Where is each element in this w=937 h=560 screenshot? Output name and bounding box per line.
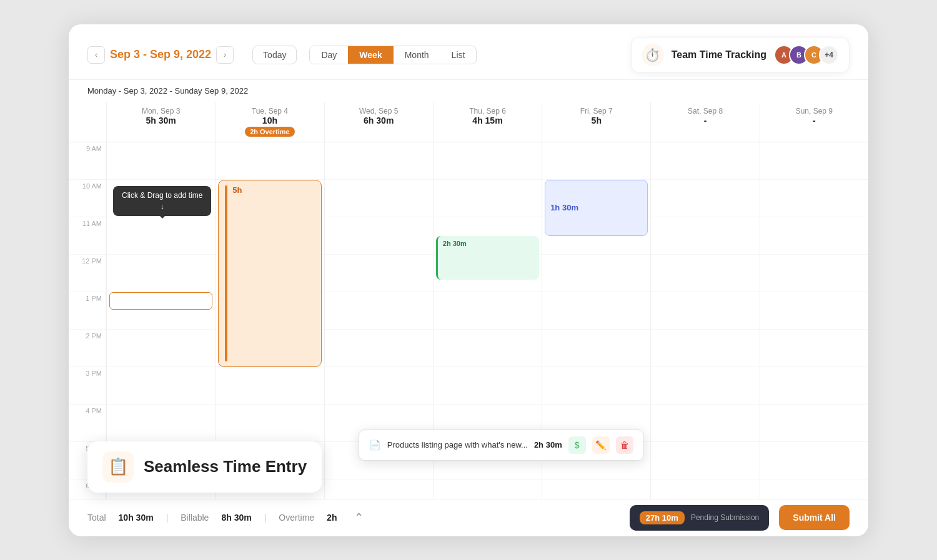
sun-3pm[interactable] <box>760 367 868 405</box>
submit-all-button[interactable]: Submit All <box>779 505 850 530</box>
overtime-badge: 2h Overtime <box>245 127 295 137</box>
tooltip-text: Products listing page with what's new... <box>387 440 528 449</box>
thu-10am[interactable] <box>434 180 542 217</box>
thu-event[interactable]: 2h 30m <box>436 236 539 280</box>
mon-3pm[interactable] <box>107 367 215 405</box>
team-widget: ⏱️ Team Time Tracking A B C +4 <box>631 37 850 73</box>
sat-9am[interactable] <box>651 142 759 180</box>
fri-12pm[interactable] <box>542 255 650 292</box>
sat-10am[interactable] <box>651 180 759 217</box>
tab-day[interactable]: Day <box>310 46 348 64</box>
thu-event-text: 2h 30m <box>443 240 467 247</box>
footer-bar: Total 10h 30m | Billable 8h 30m | Overti… <box>69 499 868 536</box>
mon-11am[interactable] <box>107 217 215 255</box>
col-thu[interactable]: 2h 30m 📄 Products listing page with what… <box>433 142 542 533</box>
col-sun[interactable] <box>760 142 868 533</box>
prev-arrow[interactable]: ‹ <box>87 46 105 64</box>
drag-tooltip: Click & Drag to add time ↓ <box>113 186 211 216</box>
thu-hours: 4h 15m <box>440 115 535 125</box>
wed-hours: 6h 30m <box>331 115 427 125</box>
sun-1pm[interactable] <box>760 292 868 330</box>
tooltip-edit-btn[interactable]: ✏️ <box>592 436 610 454</box>
event-indicator <box>225 185 227 361</box>
time-2pm: 2 PM <box>69 330 106 367</box>
collapse-chevron[interactable]: ⌃ <box>354 511 364 524</box>
drag-hint-text: Click & Drag to add time <box>122 191 202 200</box>
tue-event-text: 5h <box>232 185 242 195</box>
sun-10am[interactable] <box>760 180 868 217</box>
thu-1pm[interactable] <box>434 292 542 330</box>
next-arrow[interactable]: › <box>216 46 234 64</box>
wed-2pm[interactable] <box>325 330 433 367</box>
today-button[interactable]: Today <box>252 46 297 64</box>
billable-value: 8h 30m <box>221 513 251 523</box>
thu-2pm[interactable] <box>434 330 542 367</box>
seamless-title: Seamless Time Entry <box>144 457 307 476</box>
col-sat[interactable] <box>650 142 759 533</box>
time-10am: 10 AM <box>69 180 106 217</box>
fri-name: Fri, Sep 7 <box>548 107 644 115</box>
sun-9am[interactable] <box>760 142 868 180</box>
tooltip-delete-btn[interactable]: 🗑 <box>616 436 633 454</box>
avatar-count: +4 <box>819 45 839 65</box>
team-title: Team Time Tracking <box>672 49 766 61</box>
thu-3pm[interactable] <box>434 367 542 405</box>
wed-11am[interactable] <box>325 217 433 255</box>
fri-event[interactable]: 1h 30m <box>545 180 648 236</box>
overtime-value: 2h <box>327 513 337 523</box>
sun-5pm[interactable] <box>760 442 868 479</box>
sun-12pm[interactable] <box>760 255 868 292</box>
time-9am: 9 AM <box>69 142 106 180</box>
total-value: 10h 30m <box>119 513 154 523</box>
tooltip-dollar-btn[interactable]: $ <box>568 436 586 454</box>
sat-3pm[interactable] <box>651 367 759 405</box>
wed-1pm[interactable] <box>325 292 433 330</box>
tab-list[interactable]: List <box>440 46 477 64</box>
sun-11am[interactable] <box>760 217 868 255</box>
billable-label: Billable <box>181 513 209 523</box>
mon-2pm[interactable] <box>107 330 215 367</box>
wed-3pm[interactable] <box>325 367 433 405</box>
sat-12pm[interactable] <box>651 255 759 292</box>
header-fri: Fri, Sep 7 5h <box>542 102 650 142</box>
mon-12pm[interactable] <box>107 255 215 292</box>
total-label: Total <box>87 513 106 523</box>
thu-9am[interactable] <box>434 142 542 180</box>
date-range: Sep 3 - Sep 9, 2022 <box>110 48 211 61</box>
col-fri[interactable]: 1h 30m <box>542 142 650 533</box>
sat-2pm[interactable] <box>651 330 759 367</box>
pending-submission: 27h 10m Pending Submission <box>630 505 769 531</box>
fri-9am[interactable] <box>542 142 650 180</box>
tab-month[interactable]: Month <box>394 46 440 64</box>
fri-2pm[interactable] <box>542 330 650 367</box>
fri-3pm[interactable] <box>542 367 650 405</box>
sat-11am[interactable] <box>651 217 759 255</box>
sun-hours: - <box>766 115 862 125</box>
seamless-icon-glyph: 📋 <box>108 457 128 476</box>
sat-4pm[interactable] <box>651 405 759 442</box>
sat-1pm[interactable] <box>651 292 759 330</box>
wed-9am[interactable] <box>325 142 433 180</box>
tue-9am[interactable] <box>216 142 324 180</box>
mon-pending-line[interactable] <box>109 292 212 310</box>
tue-main-event[interactable]: 5h <box>218 180 321 367</box>
sat-5pm[interactable] <box>651 442 759 479</box>
wed-10am[interactable] <box>325 180 433 217</box>
mon-4pm[interactable] <box>107 405 215 442</box>
fri-1pm[interactable] <box>542 292 650 330</box>
header-sun: Sun, Sep 9 - <box>760 102 868 142</box>
tab-week[interactable]: Week <box>348 46 393 64</box>
nav-arrows: ‹ Sep 3 - Sep 9, 2022 › <box>87 46 234 64</box>
tue-3pm[interactable] <box>216 367 324 405</box>
seamless-badge: 📋 Seamless Time Entry <box>87 441 322 493</box>
divider-1: | <box>166 513 169 523</box>
seamless-icon: 📋 <box>102 451 134 483</box>
mon-9am[interactable] <box>107 142 215 180</box>
sun-4pm[interactable] <box>760 405 868 442</box>
tue-4pm[interactable] <box>216 405 324 442</box>
wed-12pm[interactable] <box>325 255 433 292</box>
col-wed[interactable] <box>324 142 433 533</box>
sat-name: Sat, Sep 8 <box>657 107 753 115</box>
sun-2pm[interactable] <box>760 330 868 367</box>
mon-10am[interactable]: Click & Drag to add time ↓ <box>107 180 215 217</box>
